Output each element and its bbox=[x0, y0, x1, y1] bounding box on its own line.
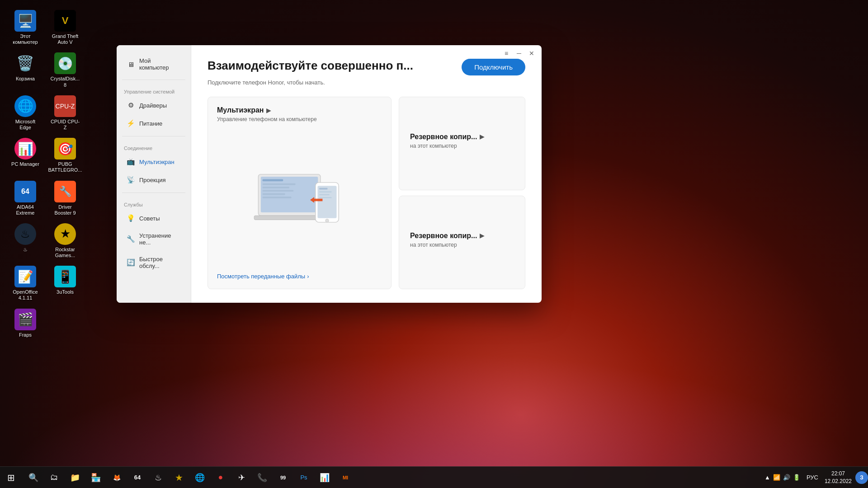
taskbar-language[interactable]: РУС bbox=[804, 474, 821, 481]
taskbar-explorer-button[interactable]: 🗂 bbox=[44, 468, 64, 488]
my-computer-icon: 🖥️ bbox=[14, 10, 36, 32]
sidebar-projection-label: Проекция bbox=[139, 177, 165, 183]
sidebar-item-multiscreen[interactable]: 📺 Мультиэкран bbox=[119, 153, 188, 170]
driver-booster-icon: 🔧 bbox=[54, 181, 76, 202]
desktop-icon-my-computer[interactable]: 🖥️ Этоткомпьютер bbox=[8, 8, 42, 47]
gta-label: Grand Theft Auto V bbox=[50, 33, 80, 45]
taskbar-steam-button[interactable]: ♨ bbox=[148, 468, 168, 488]
taskbar-rockstar-button[interactable]: ★ bbox=[169, 468, 189, 488]
desktop-icon-edge[interactable]: 🌐 MicrosoftEdge bbox=[8, 94, 42, 132]
sidebar-drivers-label: Драйверы bbox=[139, 102, 167, 109]
multiscreen-card-subtitle: Управление телефоном на компьютере bbox=[217, 116, 382, 122]
sidebar-item-projection[interactable]: 📡 Проекция bbox=[119, 171, 188, 188]
taskbar-whatsapp-button[interactable]: 📞 bbox=[252, 468, 272, 488]
sidebar-item-power[interactable]: ⚡ Питание bbox=[119, 115, 188, 132]
svg-rect-13 bbox=[319, 194, 330, 195]
svg-point-15 bbox=[325, 219, 328, 222]
pubg-label: PUBGBATTLEGRO... bbox=[48, 161, 82, 173]
svg-rect-8 bbox=[254, 216, 325, 220]
pcmanager-label: PC Manager bbox=[11, 161, 39, 167]
svg-rect-6 bbox=[262, 193, 285, 195]
desktop-icon-pubg[interactable]: 🎯 PUBGBATTLEGRO... bbox=[48, 136, 82, 175]
sidebar-my-computer-label: Мой компьютер bbox=[139, 57, 181, 71]
sidebar-power-label: Питание bbox=[139, 120, 162, 127]
desktop-icon-pcmanager[interactable]: 📊 PC Manager bbox=[8, 136, 42, 175]
desktop-icon-gta[interactable]: V Grand Theft Auto V bbox=[48, 8, 82, 47]
taskbar-pcmanager-button[interactable]: 📊 bbox=[315, 468, 335, 488]
view-files-text: Посмотреть переданные файлы bbox=[217, 273, 305, 280]
desktop-icon-driver-booster[interactable]: 🔧 DriverBooster 9 bbox=[48, 179, 82, 218]
desktop-icon-cpuid[interactable]: CPU-Z CPUID CPU-Z bbox=[48, 94, 82, 132]
desktop-icon-crystaldisk[interactable]: 💿 CrystalDisk...8 bbox=[48, 51, 82, 89]
sidebar-item-tips[interactable]: 💡 Советы bbox=[119, 210, 188, 227]
edge-label: MicrosoftEdge bbox=[15, 119, 36, 131]
cpuid-label: CPUID CPU-Z bbox=[50, 119, 80, 131]
menu-icon[interactable]: ≡ bbox=[503, 50, 510, 57]
rockstar-icon: ★ bbox=[54, 223, 76, 245]
taskbar-aida-button[interactable]: 64 bbox=[127, 468, 147, 488]
backup-card-2[interactable]: Резервное копир... ▶ на этот компьютер bbox=[399, 196, 525, 289]
svg-rect-3 bbox=[262, 183, 295, 185]
tray-volume-icon[interactable]: 🔊 bbox=[783, 474, 790, 481]
3utool-icon: 📱 bbox=[54, 266, 76, 287]
svg-rect-7 bbox=[262, 197, 291, 198]
backup-card-1-title: Резервное копир... ▶ bbox=[410, 133, 514, 141]
sidebar-divider-2 bbox=[122, 136, 185, 136]
desktop-icon-steam[interactable]: ♨ ♨ bbox=[8, 221, 42, 260]
sidebar-divider-3 bbox=[122, 192, 185, 193]
driver-booster-label: DriverBooster 9 bbox=[54, 204, 75, 216]
sidebar-item-my-computer[interactable]: 🖥 Мой компьютер bbox=[119, 53, 188, 75]
taskbar-microsoft-store-button[interactable]: 🏪 bbox=[86, 468, 106, 488]
multiscreen-card[interactable]: Мультиэкран ▶ Управление телефоном на ко… bbox=[208, 97, 392, 289]
close-button[interactable]: ✕ bbox=[528, 50, 535, 57]
laptop-phone-illustration bbox=[250, 161, 349, 233]
power-icon: ⚡ bbox=[127, 119, 135, 127]
view-files-link[interactable]: Посмотреть переданные файлы › bbox=[217, 273, 382, 280]
openoffice-label: OpenOffice4.1.11 bbox=[13, 289, 38, 301]
desktop-icon-aida64[interactable]: 64 AIDA64Extreme bbox=[8, 179, 42, 218]
fraps-icon: 🎬 bbox=[14, 309, 36, 330]
taskbar-yandex-button[interactable]: 🦊 bbox=[107, 468, 127, 488]
sidebar-section-system: Управление системой bbox=[117, 84, 191, 96]
desktop-icon-rockstar[interactable]: ★ RockstarGames... bbox=[48, 221, 82, 260]
taskbar-user-avatar[interactable]: З bbox=[855, 471, 868, 484]
fraps-label: Fraps bbox=[19, 332, 32, 338]
tray-network-icon: 📶 bbox=[773, 474, 780, 481]
quick-service-icon: 🔄 bbox=[127, 258, 135, 267]
taskbar-mi-button[interactable]: MI bbox=[335, 468, 355, 488]
taskbar-misc-button[interactable]: ● bbox=[211, 468, 231, 488]
desktop-icon-fraps[interactable]: 🎬 Fraps bbox=[8, 307, 42, 340]
illustration-area bbox=[217, 128, 382, 266]
desktop-icon-openoffice[interactable]: 📝 OpenOffice4.1.11 bbox=[8, 264, 42, 303]
backup-card-1[interactable]: Резервное копир... ▶ на этот компьютер bbox=[399, 97, 525, 190]
minimize-button[interactable]: ─ bbox=[515, 50, 523, 57]
taskbar-search-button[interactable]: 🔍 bbox=[24, 468, 43, 488]
multiscreen-card-title-text: Мультиэкран bbox=[217, 106, 264, 114]
svg-rect-12 bbox=[319, 191, 332, 192]
avatar-letter: З bbox=[860, 474, 863, 481]
sidebar-item-quick-service[interactable]: 🔄 Быстрое обслу... bbox=[119, 251, 188, 274]
desktop-icon-3utool[interactable]: 📱 3uTools bbox=[48, 264, 82, 303]
pubg-icon: 🎯 bbox=[54, 138, 76, 160]
troubleshoot-icon: 🔧 bbox=[127, 235, 135, 243]
desktop-icon-recycle[interactable]: 🗑️ Корзина bbox=[8, 51, 42, 89]
right-cards: Резервное копир... ▶ на этот компьютер Р… bbox=[399, 97, 525, 289]
tray-expand-icon[interactable]: ▲ bbox=[764, 474, 770, 481]
taskbar-edge-button[interactable]: 🌐 bbox=[190, 468, 210, 488]
taskbar-files-button[interactable]: 📁 bbox=[65, 468, 85, 488]
taskbar-clock[interactable]: 22:07 12.02.2022 bbox=[821, 470, 855, 485]
sidebar-item-drivers[interactable]: ⚙ Драйверы bbox=[119, 97, 188, 114]
tray-battery-icon: 🔋 bbox=[793, 474, 800, 481]
backup1-title-text: Резервное копир... bbox=[410, 133, 477, 141]
openoffice-icon: 📝 bbox=[14, 266, 36, 287]
sidebar-item-troubleshoot[interactable]: 🔧 Устранение не... bbox=[119, 228, 188, 250]
recycle-label: Корзина bbox=[16, 76, 35, 82]
taskbar-cpu-button[interactable]: 99 bbox=[273, 468, 293, 488]
backup-card-2-subtitle: на этот компьютер bbox=[410, 242, 514, 248]
crystaldisk-icon: 💿 bbox=[54, 52, 76, 74]
taskbar-photoshop-button[interactable]: Ps bbox=[294, 468, 314, 488]
taskbar-telegram-button[interactable]: ✈ bbox=[231, 468, 251, 488]
sidebar-divider-1 bbox=[122, 80, 185, 80]
start-button[interactable]: ⊞ bbox=[0, 467, 22, 488]
taskbar-date: 12.02.2022 bbox=[825, 478, 852, 485]
